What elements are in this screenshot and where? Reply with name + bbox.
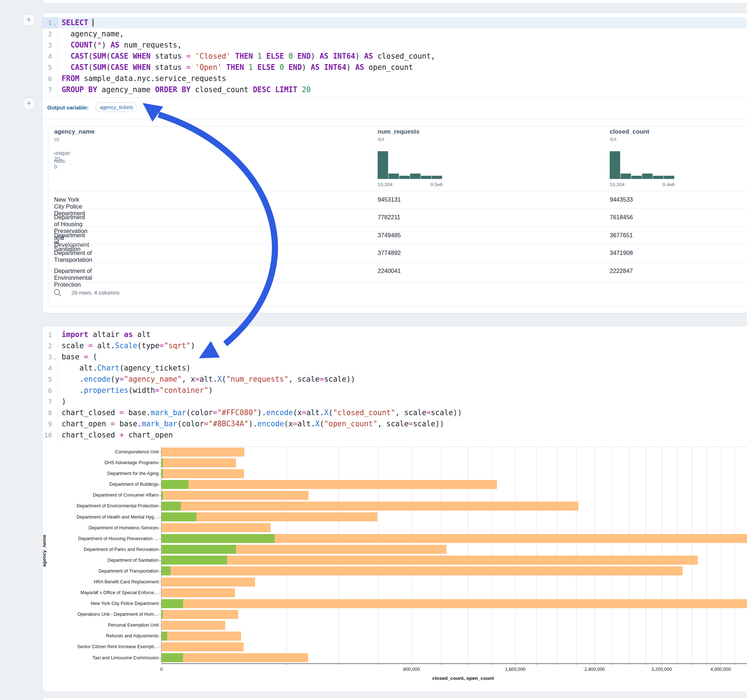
bar-closed-count — [162, 610, 238, 619]
search-icon[interactable] — [53, 288, 62, 297]
output-variable-label: Output variable: — [47, 104, 89, 110]
sql-code-line[interactable]: 4 CAST(SUM(CASE WHEN status = 'Closed' T… — [42, 51, 745, 62]
python-code-line[interactable]: 9chart_open = base.mark_bar(color="#8BC3… — [42, 418, 745, 430]
line-number: 7 — [42, 84, 52, 95]
collapse-caret-icon[interactable]: ⌄ — [53, 18, 56, 29]
gridline — [576, 447, 576, 663]
python-code-line[interactable]: 7) — [42, 396, 745, 407]
sql-code-line[interactable]: 1⌄SELECT — [42, 17, 745, 29]
y-axis-label: Department of Transportation — [42, 568, 159, 573]
bar-open-count — [162, 469, 163, 478]
output-variable-chip[interactable]: agency_tickets — [95, 102, 136, 112]
gridline — [492, 447, 493, 663]
y-axis-label: Department of Sanitation — [42, 557, 159, 563]
y-axis-label: Department of Parks and Recreation — [42, 547, 159, 552]
plot-top-border — [162, 447, 747, 447]
gridline — [441, 447, 442, 663]
line-number: 4 — [42, 51, 52, 62]
bar-closed-count — [162, 556, 698, 564]
y-axis-label: Correspondence Unit — [42, 449, 159, 454]
add-cell-button[interactable]: + — [22, 14, 35, 27]
histogram-min-label: 53,304 — [610, 182, 625, 187]
bar-open-count — [162, 545, 236, 554]
sql-code-line[interactable]: 2 agency_name, — [42, 29, 745, 39]
row-divider — [48, 282, 747, 282]
gridline — [594, 447, 595, 663]
table-dimensions: 20 rows, 4 columns — [71, 290, 119, 296]
python-code-line[interactable]: 6 .properties(width="container") — [42, 385, 745, 396]
column-header: num_requests — [378, 128, 419, 136]
bar-open-count — [162, 534, 275, 543]
code-text: CAST(SUM(CASE WHEN status = 'Open' THEN … — [62, 62, 413, 73]
line-number: 5 — [42, 62, 52, 73]
gridline — [629, 447, 629, 663]
bar-open-count — [162, 632, 167, 641]
gridline — [557, 447, 557, 663]
python-code-line[interactable]: 5 .encode(y="agency_name", x=alt.X("num_… — [42, 374, 745, 385]
bar-open-count — [162, 599, 183, 608]
bar-closed-count — [162, 523, 271, 532]
line-number: 1 — [42, 17, 52, 29]
bar-closed-count — [162, 491, 308, 500]
sql-code-line[interactable]: 3 COUNT(*) AS num_requests, — [42, 39, 745, 51]
python-code-line[interactable]: 1import altair as alt — [42, 329, 745, 340]
bar-closed-count — [162, 448, 244, 457]
gridline — [677, 447, 677, 663]
y-axis-label: Refunds and Adjustments — [42, 633, 159, 638]
sql-code-line[interactable]: 5 CAST(SUM(CASE WHEN status = 'Open' THE… — [42, 62, 745, 73]
line-number: 3 — [42, 39, 52, 51]
x-axis-title: closed_count, open_count — [420, 676, 506, 681]
bar-closed-count — [162, 588, 235, 597]
gridline — [378, 447, 378, 663]
line-number: 6 — [42, 385, 52, 396]
x-axis-label: 0 — [140, 667, 183, 672]
python-code-line[interactable]: 10chart_closed + chart_open — [42, 430, 745, 441]
table-cell: 3677651 — [610, 232, 633, 239]
previous-cell-edge — [42, 0, 747, 4]
python-code-line[interactable]: 4 alt.Chart(agency_tickets) — [42, 363, 745, 374]
histogram-max-label: 9.5e6 — [421, 182, 443, 187]
collapse-caret-icon[interactable]: ⌄ — [53, 352, 56, 363]
add-cell-button[interactable]: + — [22, 97, 35, 110]
code-text: chart_open = base.mark_bar(color="#8BC34… — [62, 418, 444, 430]
gridline — [721, 447, 721, 663]
python-code-line[interactable]: 3⌄base = ( — [42, 352, 745, 363]
bar-open-count — [162, 480, 189, 489]
code-text: FROM sample_data.nyc.service_requests — [62, 73, 226, 84]
bar-open-count — [162, 459, 163, 468]
y-axis-label: Department of Health and Mental Hyg… — [42, 514, 159, 520]
gridline — [411, 447, 412, 663]
line-number: 8 — [42, 407, 52, 418]
line-number: 6 — [42, 73, 52, 84]
table-cell: 3774892 — [378, 249, 401, 256]
bar-open-count — [162, 653, 183, 662]
code-text: scale = alt.Scale(type="sqrt") — [62, 340, 195, 352]
python-code-line[interactable]: 8chart_closed = base.mark_bar(color="#FF… — [42, 407, 745, 418]
line-number: 7 — [42, 396, 52, 407]
histogram-min-label: 53,304 — [378, 182, 392, 187]
gridline — [468, 447, 468, 663]
y-axis-label: New York City Police Department — [42, 600, 159, 606]
bar-closed-count — [162, 643, 243, 652]
bar-open-count — [162, 491, 163, 500]
python-code-line[interactable]: 2scale = alt.Scale(type="sqrt") — [42, 340, 745, 352]
table-cell: 7618456 — [610, 214, 633, 221]
code-text: .properties(width="container") — [62, 385, 213, 396]
x-axis-label: 4,000,000 — [699, 667, 742, 672]
y-axis-label: Personal Exemption Unit — [42, 622, 159, 628]
sql-code-line[interactable]: 7GROUP BY agency_name ORDER BY closed_co… — [42, 84, 745, 95]
y-axis-label: Department of Homeless Services — [42, 525, 159, 530]
table-cell: Department of Environmental Protection — [54, 267, 92, 288]
column-header: closed_count — [610, 128, 649, 136]
sql-code-line[interactable]: 6FROM sample_data.nyc.service_requests — [42, 73, 745, 84]
text-cursor — [92, 19, 93, 27]
line-number: 4 — [42, 363, 52, 374]
bar-open-count — [162, 556, 227, 564]
bar-closed-count — [162, 502, 578, 511]
gridline — [734, 447, 735, 663]
code-text: ) — [62, 396, 66, 407]
next-cell-edge — [42, 697, 747, 700]
code-text: GROUP BY agency_name ORDER BY closed_cou… — [62, 84, 311, 95]
line-number: 5 — [42, 374, 52, 385]
code-text: .encode(y="agency_name", x=alt.X("num_re… — [62, 374, 355, 385]
